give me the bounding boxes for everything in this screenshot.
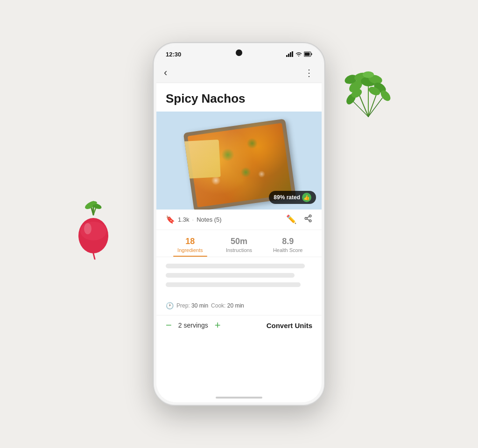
tab-health-score-label: Health Score xyxy=(263,247,312,253)
svg-point-9 xyxy=(84,223,91,234)
convert-units-button[interactable]: Convert Units xyxy=(267,322,312,329)
tab-ingredients[interactable]: 18 Ingredients xyxy=(166,232,215,257)
back-button[interactable]: ‹ xyxy=(164,67,167,79)
servings-text: 2 servings xyxy=(178,322,208,329)
tab-health-score-number: 8.9 xyxy=(263,237,312,246)
dot-separator: · xyxy=(192,216,194,223)
ingredient-bar-2 xyxy=(166,273,295,278)
ingredient-bar-1 xyxy=(166,264,305,268)
phone-content: Spicy Nachos 89% rated 👍 xyxy=(156,83,322,402)
decor-herb xyxy=(343,65,394,121)
hero-image: 89% rated 👍 xyxy=(156,112,322,210)
decrease-servings-button[interactable]: − xyxy=(166,320,172,330)
status-bar: 12:30 xyxy=(156,46,322,63)
more-button[interactable]: ⋮ xyxy=(304,67,314,78)
svg-rect-26 xyxy=(286,55,288,57)
rating-badge: 89% rated 👍 xyxy=(269,191,316,204)
action-icons-group: ✏️ xyxy=(286,214,312,225)
tab-ingredients-label: Ingredients xyxy=(166,247,215,253)
prep-label: Prep: 30 min xyxy=(176,302,208,309)
recipe-title: Spicy Nachos xyxy=(156,83,322,112)
decor-radish xyxy=(69,201,116,261)
rating-thumb-icon: 👍 xyxy=(302,193,311,202)
camera-notch xyxy=(236,49,242,56)
svg-point-7 xyxy=(80,222,106,240)
wifi-icon xyxy=(295,51,302,57)
save-count-group: 🔖 1.3k · Notes (5) xyxy=(166,215,222,224)
phone-frame: 12:30 xyxy=(153,42,325,406)
action-row: 🔖 1.3k · Notes (5) ✏️ xyxy=(156,210,322,230)
increase-servings-button[interactable]: + xyxy=(215,320,221,330)
time-row: 🕐 Prep: 30 min Cook: 20 min xyxy=(156,298,322,315)
rating-text: 89% rated xyxy=(274,194,300,201)
clock-icon: 🕐 xyxy=(166,302,174,309)
servings-row: − 2 servings + Convert Units xyxy=(156,315,322,335)
svg-point-24 xyxy=(363,71,374,78)
svg-line-13 xyxy=(352,100,368,117)
tab-instructions-number: 50m xyxy=(215,237,264,246)
svg-rect-29 xyxy=(292,51,293,57)
save-count-text: 1.3k xyxy=(178,216,190,223)
tab-instructions[interactable]: 50m Instructions xyxy=(215,232,264,257)
tabs-row: 18 Ingredients 50m Instructions 8.9 Heal… xyxy=(156,232,322,257)
home-indicator xyxy=(216,397,262,399)
nav-bar: ‹ ⋮ xyxy=(156,63,322,83)
svg-line-14 xyxy=(368,98,382,117)
status-time: 12:30 xyxy=(166,51,181,58)
svg-rect-32 xyxy=(305,53,310,56)
svg-rect-28 xyxy=(290,52,291,57)
edit-icon[interactable]: ✏️ xyxy=(286,214,296,225)
status-icons xyxy=(286,51,312,57)
signal-icon xyxy=(286,51,294,57)
ingredients-section xyxy=(156,257,322,298)
servings-control: − 2 servings + xyxy=(166,320,221,330)
share-icon[interactable] xyxy=(304,214,312,225)
tab-ingredients-number: 18 xyxy=(166,237,215,246)
notes-link[interactable]: Notes (5) xyxy=(197,216,221,223)
tab-ingredients-underline xyxy=(173,256,207,257)
svg-line-37 xyxy=(307,217,309,218)
svg-line-36 xyxy=(307,219,309,220)
svg-rect-31 xyxy=(311,53,312,55)
svg-line-8 xyxy=(93,253,95,259)
tab-health-score[interactable]: 8.9 Health Score xyxy=(263,232,312,257)
ingredient-bar-3 xyxy=(166,282,301,287)
bookmark-icon: 🔖 xyxy=(166,215,175,224)
battery-icon xyxy=(304,51,312,57)
cook-label: Cook: 20 min xyxy=(211,302,244,309)
chip-card xyxy=(183,140,221,179)
svg-rect-27 xyxy=(288,54,289,57)
phone-inner: 12:30 xyxy=(156,46,322,402)
tab-instructions-label: Instructions xyxy=(215,247,264,253)
